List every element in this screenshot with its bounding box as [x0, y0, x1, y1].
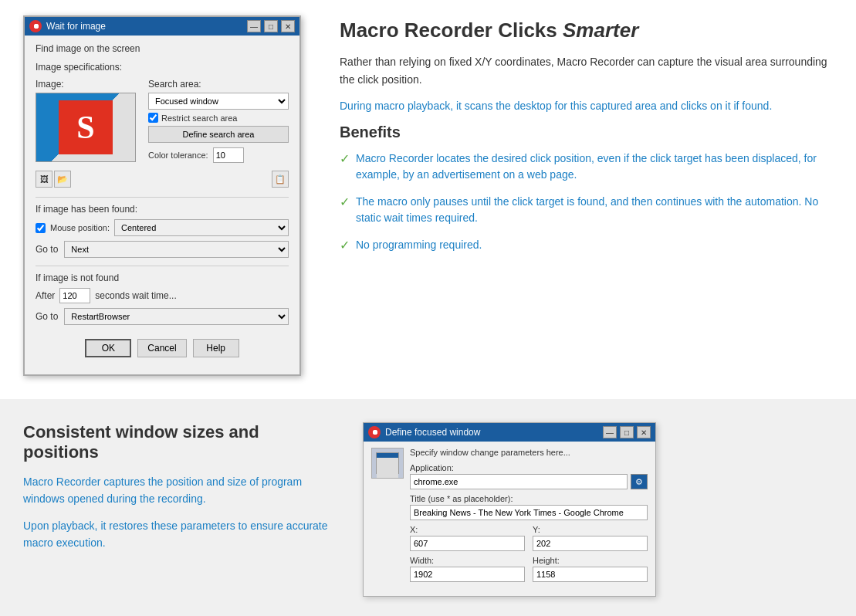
def-win-controls: — □ ✕	[603, 426, 651, 438]
maximize-button[interactable]: □	[264, 20, 278, 32]
def-body-left	[371, 448, 404, 587]
title-input-row: Breaking News - The New York Times - Goo…	[410, 505, 648, 520]
main-title: Macro Recorder Clicks Smarter	[340, 19, 833, 42]
win-controls: — □ ✕	[247, 20, 295, 32]
main-title-italic: Smarter	[563, 19, 638, 42]
seconds-text: seconds wait time...	[95, 290, 176, 301]
goto-select[interactable]: Next	[64, 241, 289, 258]
dialog-title-icon: ⏺	[29, 20, 42, 32]
benefit-item-3: ✓ No programming required.	[340, 237, 833, 253]
dialog-body: Find image on the screen Image specifica…	[25, 36, 299, 374]
height-group: Height: 1158	[533, 556, 648, 582]
image-specs-row: Image: S Search area: Focused win	[36, 79, 289, 163]
color-tolerance-input[interactable]: 10	[213, 147, 244, 163]
x-label: X:	[410, 525, 525, 534]
app-input-row: chrome.exe ⚙	[410, 474, 648, 489]
title-field-label: Title (use * as placeholder):	[410, 494, 648, 503]
def-close-button[interactable]: ✕	[637, 426, 651, 438]
image-label: Image:	[36, 79, 136, 90]
y-label: Y:	[533, 525, 648, 534]
benefit-text-3: No programming required.	[356, 237, 482, 253]
goto2-select[interactable]: RestartBrowser	[64, 308, 289, 325]
help-button[interactable]: Help	[193, 339, 239, 357]
divider-1	[36, 197, 289, 198]
window-thumb	[371, 448, 404, 479]
window-thumb-inner	[376, 452, 399, 474]
gear-button[interactable]: ⚙	[631, 474, 648, 489]
benefit-item-2: ✓ The macro only pauses until the click …	[340, 194, 833, 226]
y-input[interactable]: 202	[533, 536, 648, 551]
app-field-label: Application:	[410, 463, 648, 472]
app-input[interactable]: chrome.exe	[410, 474, 628, 489]
def-titlebar: ⏺ Define focused window — □ ✕	[364, 423, 655, 442]
find-image-text: Find image on the screen	[36, 43, 289, 54]
check-icon-2: ✓	[340, 195, 350, 209]
height-input[interactable]: 1158	[533, 567, 648, 582]
wait-for-image-dialog: ⏺ Wait for image — □ ✕ Find image on the…	[23, 15, 309, 376]
win-dialog: ⏺ Wait for image — □ ✕ Find image on the…	[23, 15, 301, 376]
dialog-titlebar: ⏺ Wait for image — □ ✕	[25, 17, 299, 36]
bottom-left: Consistent window sizes and positions Ma…	[23, 422, 332, 561]
benefit-text-1: Macro Recorder locates the desired click…	[356, 151, 833, 183]
main-title-plain: Macro Recorder Clicks	[340, 19, 563, 42]
check-icon-1: ✓	[340, 151, 350, 166]
page-wrapper: ⏺ Wait for image — □ ✕ Find image on the…	[0, 0, 856, 616]
bottom-desc2: Upon playback, it restores these paramet…	[23, 517, 332, 552]
dialog-title-text: Wait for image	[46, 21, 242, 32]
x-input[interactable]: 607	[410, 536, 525, 551]
benefits-title: Benefits	[340, 124, 833, 141]
mouse-pos-select[interactable]: Centered	[114, 219, 289, 236]
width-group: Width: 1902	[410, 556, 525, 582]
goto-label: Go to	[36, 244, 58, 255]
title-input[interactable]: Breaking News - The New York Times - Goo…	[410, 505, 648, 520]
restrict-checkbox[interactable]	[148, 113, 158, 123]
mouse-pos-row: Mouse position: Centered	[36, 219, 289, 236]
check-icon-3: ✓	[340, 238, 350, 252]
top-section: ⏺ Wait for image — □ ✕ Find image on the…	[0, 0, 856, 399]
capture-icon[interactable]: 🖼	[36, 171, 52, 188]
define-focused-window-dialog: ⏺ Define focused window — □ ✕	[363, 422, 656, 597]
mouse-pos-checkbox[interactable]	[36, 223, 46, 233]
def-title-text: Define focused window	[385, 427, 598, 438]
clipboard-icon[interactable]: 📋	[272, 171, 289, 188]
width-input[interactable]: 1902	[410, 567, 525, 582]
width-label: Width:	[410, 556, 525, 565]
desc2: During macro playback, it scans the desk…	[340, 97, 833, 114]
wh-row: Width: 1902 Height: 1158	[410, 556, 648, 582]
bottom-desc1: Macro Recorder captures the position and…	[23, 473, 332, 508]
image-tool-btns: 🖼 📂	[36, 171, 71, 188]
restrict-checkbox-row: Restrict search area	[148, 113, 289, 123]
if-notfound-section: If image is not found After 120 seconds …	[36, 272, 289, 325]
search-area-col: Search area: Focused window Restrict sea…	[148, 79, 289, 163]
def-minimize-button[interactable]: —	[603, 426, 617, 438]
divider-2	[36, 266, 289, 266]
xy-row: X: 607 Y: 202	[410, 525, 648, 551]
cancel-button[interactable]: Cancel	[137, 339, 186, 357]
color-tol-label: Color tolerance:	[148, 151, 208, 160]
image-toolbar: 🖼 📂 📋	[36, 171, 289, 188]
close-button[interactable]: ✕	[281, 20, 295, 32]
dialog-footer: OK Cancel Help	[36, 334, 289, 365]
color-tol-row: Color tolerance: 10	[148, 147, 289, 163]
benefit-text-2: The macro only pauses until the click ta…	[356, 194, 833, 226]
after-label: After	[36, 290, 55, 301]
bottom-title: Consistent window sizes and positions	[23, 422, 332, 462]
def-title-icon: ⏺	[368, 426, 381, 438]
minimize-button[interactable]: —	[247, 20, 261, 32]
seconds-input[interactable]: 120	[59, 288, 90, 303]
goto2-label: Go to	[36, 311, 58, 322]
bottom-section: Consistent window sizes and positions Ma…	[0, 399, 856, 616]
ok-button[interactable]: OK	[85, 339, 131, 357]
goto2-row: Go to RestartBrowser	[36, 308, 289, 325]
def-specify-text: Specify window change parameters here...	[410, 448, 648, 457]
if-found-title: If image has been found:	[36, 204, 289, 215]
define-search-area-button[interactable]: Define search area	[148, 126, 289, 143]
right-content: Macro Recorder Clicks Smarter Rather tha…	[340, 15, 833, 264]
image-specs-title: Image specifications:	[36, 62, 289, 73]
folder-icon[interactable]: 📂	[54, 171, 71, 188]
search-area-select[interactable]: Focused window	[148, 93, 289, 110]
def-maximize-button[interactable]: □	[620, 426, 634, 438]
desc1: Rather than relying on fixed X/Y coordin…	[340, 53, 833, 88]
def-body-right: Specify window change parameters here...…	[410, 448, 648, 587]
window-thumb-body	[377, 458, 398, 478]
